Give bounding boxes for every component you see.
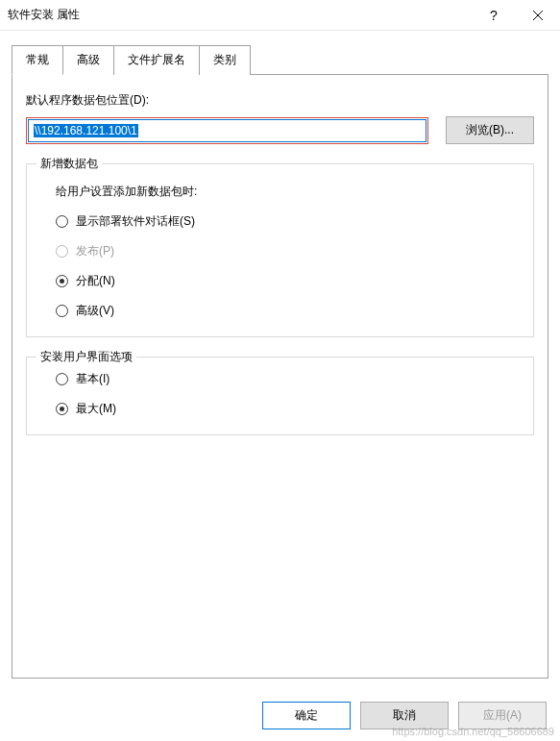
window-title: 软件安装 属性: [8, 7, 472, 23]
tab-category[interactable]: 类别: [199, 45, 251, 75]
tab-advanced[interactable]: 高级: [62, 45, 114, 75]
help-button[interactable]: ?: [472, 0, 516, 31]
input-highlight-frame: \\192.168.121.100\1: [26, 117, 428, 144]
cancel-button[interactable]: 取消: [360, 702, 449, 729]
default-location-input[interactable]: [28, 119, 426, 142]
close-button[interactable]: [516, 0, 560, 31]
radio-show-dialog[interactable]: 显示部署软件对话框(S): [56, 213, 518, 230]
close-icon: [533, 11, 543, 20]
tab-strip: 常规 高级 文件扩展名 类别: [12, 44, 548, 75]
ok-button[interactable]: 确定: [262, 702, 351, 729]
radio-basic[interactable]: 基本(I): [56, 371, 518, 387]
tab-content: 默认程序数据包位置(D): \\192.168.121.100\1 浏览(B).…: [12, 75, 548, 679]
radio-label: 基本(I): [76, 371, 110, 387]
tab-extensions[interactable]: 文件扩展名: [113, 45, 200, 75]
apply-button[interactable]: 应用(A): [458, 702, 547, 729]
radio-icon: [56, 215, 68, 228]
titlebar: 软件安装 属性 ?: [0, 0, 560, 31]
radio-assign[interactable]: 分配(N): [56, 273, 518, 289]
radio-icon: [56, 245, 68, 258]
radio-label: 显示部署软件对话框(S): [76, 213, 195, 230]
browse-button[interactable]: 浏览(B)...: [446, 116, 534, 144]
radio-icon: [56, 275, 68, 287]
ui-options-group: 安装用户界面选项 基本(I) 最大(M): [26, 357, 534, 435]
default-location-input-wrap: \\192.168.121.100\1: [28, 119, 426, 142]
default-location-label: 默认程序数据包位置(D):: [26, 92, 534, 109]
radio-label: 发布(P): [76, 243, 114, 259]
radio-advanced[interactable]: 高级(V): [56, 303, 518, 319]
radio-label: 最大(M): [76, 401, 116, 417]
help-icon: ?: [490, 8, 498, 23]
radio-icon: [56, 403, 68, 415]
radio-publish: 发布(P): [56, 243, 518, 259]
radio-label: 分配(N): [76, 273, 115, 289]
radio-label: 高级(V): [76, 303, 114, 319]
tab-general[interactable]: 常规: [12, 45, 63, 75]
new-package-legend: 新增数据包: [37, 156, 102, 172]
dialog-footer: 确定 取消 应用(A): [262, 702, 547, 729]
radio-icon: [56, 305, 68, 317]
ui-options-legend: 安装用户界面选项: [37, 349, 136, 365]
new-package-group: 新增数据包 给用户设置添加新数据包时: 显示部署软件对话框(S) 发布(P) 分…: [26, 163, 534, 337]
new-package-desc: 给用户设置添加新数据包时:: [56, 184, 518, 200]
radio-max[interactable]: 最大(M): [56, 401, 518, 417]
radio-icon: [56, 373, 68, 385]
